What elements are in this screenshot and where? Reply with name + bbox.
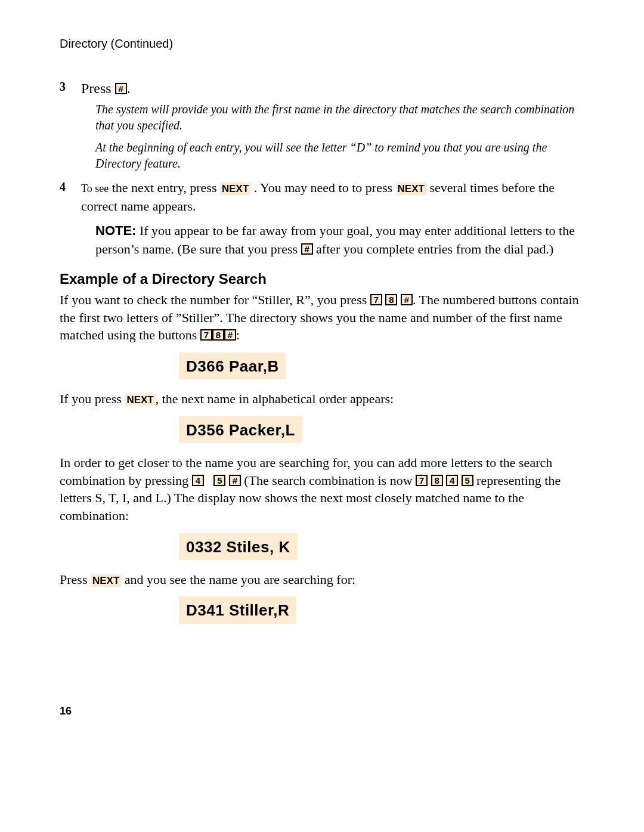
next-button-label: NEXT bbox=[396, 183, 426, 195]
example-para-4: Press NEXT and you see the name you are … bbox=[60, 571, 584, 589]
step-3: 3 Press #. bbox=[60, 79, 584, 98]
hash-key-icon: # bbox=[115, 83, 127, 94]
key-4-icon: 4 bbox=[446, 475, 458, 486]
example-para-3: In order to get closer to the name you a… bbox=[60, 454, 584, 525]
key-7-icon: 7 bbox=[370, 294, 382, 305]
step4-body: To see the next entry, press NEXT . You … bbox=[81, 179, 584, 216]
key-5-icon: 5 bbox=[462, 475, 473, 486]
key-8-icon: 8 bbox=[431, 475, 443, 486]
text: Press bbox=[81, 81, 115, 96]
text: . bbox=[127, 81, 131, 96]
hash-key-icon: # bbox=[401, 294, 413, 305]
key-5-icon: 5 bbox=[213, 475, 225, 486]
text: the next entry, press bbox=[109, 180, 220, 195]
display-stiller: D341 Stiller,R bbox=[179, 596, 296, 623]
key-8-icon: 8 bbox=[212, 329, 224, 341]
text: Press bbox=[60, 572, 91, 587]
page-number: 16 bbox=[60, 704, 584, 718]
next-button-label: NEXT bbox=[220, 183, 250, 195]
step-number: 3 bbox=[60, 79, 81, 98]
text: , the next name in alphabetical order ap… bbox=[156, 391, 394, 406]
page-header: Directory (Continued) bbox=[60, 36, 584, 52]
note-label: NOTE: bbox=[95, 223, 136, 238]
next-button-label: NEXT bbox=[125, 394, 155, 406]
step4-note: NOTE: If you appear to be far away from … bbox=[95, 222, 584, 259]
example-para-2: If you press NEXT, the next name in alph… bbox=[60, 390, 584, 408]
text: after you complete entries from the dial… bbox=[313, 242, 554, 256]
key-8-icon: 8 bbox=[385, 294, 397, 305]
text: : bbox=[236, 327, 240, 342]
text: and you see the name you are searching f… bbox=[121, 572, 355, 587]
key-7-icon: 7 bbox=[416, 475, 428, 486]
example-heading: Example of a Directory Search bbox=[60, 270, 584, 289]
display-packer: D356 Packer,L bbox=[179, 416, 302, 443]
display-paar: D366 Paar,B bbox=[179, 352, 286, 379]
example-para-1: If you want to check the number for “Sti… bbox=[60, 291, 584, 344]
step-4: 4 To see the next entry, press NEXT . Yo… bbox=[60, 179, 584, 216]
text: If you press bbox=[60, 391, 125, 406]
hash-key-icon: # bbox=[301, 243, 313, 255]
hash-key-icon: # bbox=[224, 329, 236, 341]
step-number: 4 bbox=[60, 179, 81, 216]
step3-italic-1: The system will provide you with the fir… bbox=[95, 101, 584, 134]
text: (The search combination is now bbox=[241, 473, 416, 488]
step3-italic-2: At the beginning of each entry, you will… bbox=[95, 140, 584, 172]
text: To see bbox=[81, 183, 109, 194]
key-7-icon: 7 bbox=[200, 329, 212, 341]
display-stiles: 0332 Stiles, K bbox=[179, 533, 298, 560]
hash-key-icon: # bbox=[229, 475, 241, 486]
next-button-label: NEXT bbox=[91, 574, 121, 587]
text: If you want to check the number for “Sti… bbox=[60, 292, 370, 307]
text: . You may need to to press bbox=[250, 180, 395, 195]
step3-text: Press #. bbox=[81, 81, 131, 96]
key-4-icon: 4 bbox=[192, 475, 204, 486]
